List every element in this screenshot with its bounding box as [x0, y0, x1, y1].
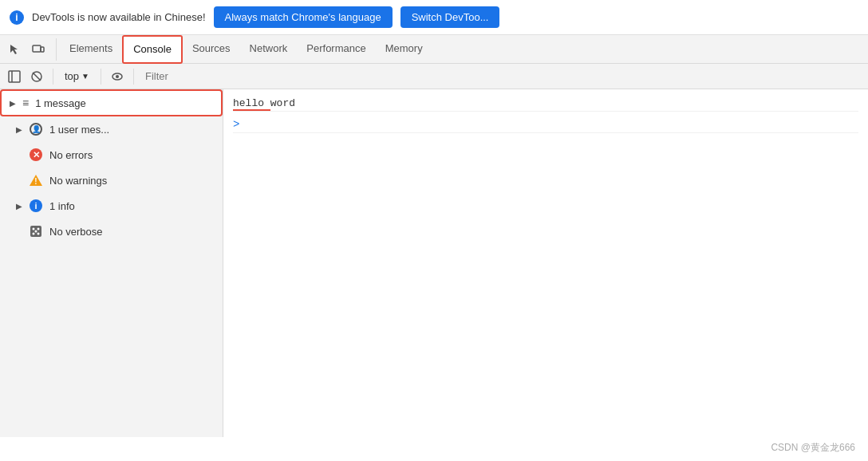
- tab-memory[interactable]: Memory: [376, 35, 432, 64]
- arrow-icon: ▶: [16, 202, 22, 211]
- tab-console[interactable]: Console: [122, 35, 183, 64]
- console-sidebar: ▶ ≡ 1 message ▶ 👤 1 user mes... ▶ ✕ No e…: [0, 89, 223, 437]
- console-prompt-symbol: >: [233, 118, 239, 131]
- dropdown-arrow-icon: ▼: [81, 72, 89, 81]
- info-bar-text: DevTools is now available in Chinese!: [32, 11, 206, 23]
- device-toolbar-icon[interactable]: [27, 38, 49, 61]
- user-icon: 👤: [29, 122, 43, 136]
- sidebar-toggle-icon[interactable]: [5, 67, 24, 86]
- svg-point-14: [37, 233, 40, 235]
- eye-icon[interactable]: [108, 67, 127, 86]
- console-log-text: hello word: [233, 97, 295, 109]
- warning-icon: !: [29, 173, 43, 187]
- svg-point-12: [37, 228, 40, 230]
- console-output[interactable]: hello word >: [223, 89, 868, 437]
- sidebar-item-verbose[interactable]: ▶ No verbose: [0, 219, 223, 244]
- match-language-button[interactable]: Always match Chrome's language: [214, 6, 393, 28]
- verbose-icon: [29, 224, 43, 238]
- svg-point-15: [35, 230, 37, 233]
- sidebar-item-info[interactable]: ▶ i 1 info: [0, 193, 223, 219]
- sidebar-item-user-messages[interactable]: ▶ 👤 1 user mes...: [0, 116, 223, 142]
- tab-elements[interactable]: Elements: [60, 35, 122, 64]
- toolbar-divider2: [101, 69, 101, 85]
- console-toolbar: top ▼: [0, 64, 868, 89]
- svg-rect-1: [41, 47, 44, 52]
- filter-input[interactable]: [140, 69, 863, 84]
- svg-text:!: !: [34, 177, 37, 186]
- console-log-entry: hello word: [233, 96, 858, 112]
- tab-bar-icons: [3, 38, 57, 61]
- tab-bar: Elements Console Sources Network Perform…: [0, 35, 868, 64]
- arrow-icon: ▶: [10, 99, 16, 108]
- info-icon: i: [29, 199, 43, 213]
- tab-sources[interactable]: Sources: [183, 35, 240, 64]
- svg-line-5: [33, 73, 41, 81]
- sidebar-item-errors[interactable]: ▶ ✕ No errors: [0, 142, 223, 167]
- svg-point-7: [116, 75, 119, 78]
- svg-point-11: [33, 228, 35, 230]
- inspect-icon[interactable]: [3, 38, 26, 61]
- svg-point-13: [33, 233, 35, 235]
- list-icon: ≡: [22, 97, 29, 109]
- sidebar-item-messages[interactable]: ▶ ≡ 1 message: [0, 89, 223, 116]
- arrow-icon: ▶: [16, 125, 22, 134]
- sidebar-item-warnings[interactable]: ▶ ! No warnings: [0, 167, 223, 193]
- switch-devtools-button[interactable]: Switch DevToo...: [400, 6, 500, 28]
- svg-rect-2: [9, 71, 20, 82]
- svg-rect-0: [33, 45, 41, 52]
- console-prompt-entry: >: [233, 112, 858, 133]
- tab-performance[interactable]: Performance: [297, 35, 375, 64]
- error-icon: ✕: [29, 148, 43, 162]
- info-icon: i: [10, 10, 24, 25]
- info-bar: i DevTools is now available in Chinese! …: [0, 0, 868, 35]
- main-content: ▶ ≡ 1 message ▶ 👤 1 user mes... ▶ ✕ No e…: [0, 89, 868, 437]
- context-selector[interactable]: top ▼: [60, 69, 94, 84]
- toolbar-divider: [53, 69, 53, 85]
- toolbar-divider3: [133, 69, 134, 85]
- tab-network[interactable]: Network: [240, 35, 298, 64]
- clear-console-icon[interactable]: [27, 67, 46, 86]
- footer-watermark: CSDN @黄金龙666: [771, 441, 855, 455]
